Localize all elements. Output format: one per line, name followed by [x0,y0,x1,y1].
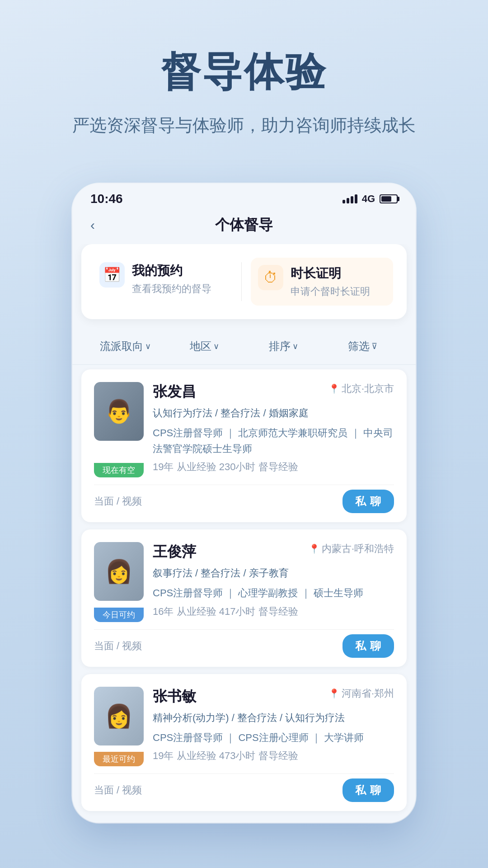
supervisor-top-0: 张发昌 📍 北京·北京市 [153,382,394,402]
signal-bar-2 [347,198,349,203]
supervisor-header-2: 👩 最近可约 张书敏 📍 河南省·郑州 精神分析(动力学) / 整合疗法 / 认… [94,687,394,766]
session-type-2: 当面 / 视频 [94,783,142,797]
signal-bars [343,194,357,203]
supervisor-card-0: 👨 现在有空 张发昌 📍 北京·北京市 认知行为疗法 / 整合疗法 / 婚姻家庭 [81,369,407,522]
supervisor-header-0: 👨 现在有空 张发昌 📍 北京·北京市 认知行为疗法 / 整合疗法 / 婚姻家庭 [94,382,394,477]
supervisor-top-1: 王俊萍 📍 内蒙古·呼和浩特 [153,542,394,562]
supervisor-location-text-0: 北京·北京市 [342,382,394,396]
filter-region[interactable]: 地区 ∨ [165,335,244,357]
location-icon-2: 📍 [328,688,340,699]
supervisor-location-text-1: 内蒙古·呼和浩特 [322,542,394,556]
supervisor-exp-0: 19年 从业经验 230小时 督导经验 [153,460,394,474]
appointment-icon: 📅 [99,262,125,288]
status-time: 10:46 [90,192,123,206]
filter-bar: 流派取向 ∨ 地区 ∨ 排序 ∨ 筛选 ⊽ [72,328,416,365]
supervisor-location-text-2: 河南省·郑州 [342,687,394,700]
supervisor-header-1: 👩 今日可约 王俊萍 📍 内蒙古·呼和浩特 叙事疗法 / 整合疗法 / 亲子教育 [94,542,394,622]
filter-screen-label: 筛选 [348,339,370,354]
chat-btn-1[interactable]: 私 聊 [343,634,394,658]
appointment-title: 我的预约 [132,262,211,279]
avatar-2: 👩 [94,687,144,745]
supervisor-name-0: 张发昌 [153,382,196,402]
location-icon-1: 📍 [309,543,320,554]
duration-cert-subtitle: 申请个督时长证明 [291,285,370,298]
avatar-0: 👨 [94,382,144,441]
supervisor-footer-2: 当面 / 视频 私 聊 [94,774,394,802]
supervisor-location-2: 📍 河南省·郑州 [328,687,394,700]
supervisor-footer-0: 当面 / 视频 私 聊 [94,485,394,513]
avatar-wrap-1: 👩 今日可约 [94,542,144,622]
filter-region-label: 地区 [190,339,211,354]
filter-school-arrow: ∨ [145,341,151,351]
filter-school[interactable]: 流派取向 ∨ [86,335,165,357]
supervisor-cred-1: CPS注册督导师 ｜ 心理学副教授 ｜ 硕士生导师 [153,585,394,601]
supervisor-tags-1: 叙事疗法 / 整合疗法 / 亲子教育 [153,566,394,580]
page-title: 个体督导 [215,215,273,235]
hero-subtitle: 严选资深督导与体验师，助力咨询师持续成长 [27,113,461,138]
signal-bar-1 [343,200,345,203]
card-duration-cert[interactable]: ⏱ 时长证明 申请个督时长证明 [251,258,394,306]
supervisor-exp-2: 19年 从业经验 473小时 督导经验 [153,749,394,763]
availability-badge-1: 今日可约 [94,608,144,622]
card-divider [241,262,242,301]
card-appointment[interactable]: 📅 我的预约 查看我预约的督导 [95,258,232,306]
avatar-wrap-2: 👩 最近可约 [94,687,144,766]
duration-cert-icon: ⏱ [258,265,283,290]
back-button[interactable]: ‹ [90,217,95,233]
supervisor-location-1: 📍 内蒙古·呼和浩特 [309,542,394,556]
supervisor-tags-2: 精神分析(动力学) / 整合疗法 / 认知行为疗法 [153,710,394,725]
duration-cert-title: 时长证明 [291,265,370,282]
status-bar: 10:46 4G [72,184,416,211]
availability-badge-0: 现在有空 [94,463,144,477]
duration-cert-text: 时长证明 申请个督时长证明 [291,265,370,298]
hero-section: 督导体验 严选资深督导与体验师，助力咨询师持续成长 [0,0,488,165]
location-icon-0: 📍 [328,383,340,394]
hero-title: 督导体验 [27,45,461,99]
supervisor-cred-0: CPS注册督导师 ｜ 北京师范大学兼职研究员 ｜ 中央司法警官学院硕士生导师 [153,425,394,457]
chat-btn-0[interactable]: 私 聊 [343,490,394,513]
appointment-subtitle: 查看我预约的督导 [132,282,211,296]
supervisor-info-0: 张发昌 📍 北京·北京市 认知行为疗法 / 整合疗法 / 婚姻家庭 CPS注册督… [153,382,394,477]
supervisor-top-2: 张书敏 📍 河南省·郑州 [153,687,394,707]
supervisor-info-1: 王俊萍 📍 内蒙古·呼和浩特 叙事疗法 / 整合疗法 / 亲子教育 CPS注册督… [153,542,394,622]
signal-bar-3 [351,196,353,203]
battery-icon [380,194,398,203]
avatar-1: 👩 [94,542,144,601]
appointment-text: 我的预约 查看我预约的督导 [132,262,211,296]
supervisor-card-1: 👩 今日可约 王俊萍 📍 内蒙古·呼和浩特 叙事疗法 / 整合疗法 / 亲子教育 [81,529,407,666]
filter-region-arrow: ∨ [213,341,219,351]
supervisor-location-0: 📍 北京·北京市 [328,382,394,396]
battery-fill [381,196,391,202]
nav-bar: ‹ 个体督导 [72,211,416,244]
status-4g: 4G [362,193,375,205]
chat-btn-2[interactable]: 私 聊 [343,778,394,802]
supervisor-cred-2: CPS注册督导师 ｜ CPS注册心理师 ｜ 大学讲师 [153,730,394,745]
signal-bar-4 [355,194,357,203]
availability-badge-2: 最近可约 [94,752,144,766]
filter-school-label: 流派取向 [100,339,143,354]
supervisor-list: 👨 现在有空 张发昌 📍 北京·北京市 认知行为疗法 / 整合疗法 / 婚姻家庭 [72,365,416,823]
filter-sort-arrow: ∨ [292,341,298,351]
status-icons: 4G [343,193,398,205]
phone-mockup: 10:46 4G ‹ 个体督导 📅 [72,184,416,823]
filter-screen[interactable]: 筛选 ⊽ [323,335,402,357]
supervisor-info-2: 张书敏 📍 河南省·郑州 精神分析(动力学) / 整合疗法 / 认知行为疗法 C… [153,687,394,766]
session-type-1: 当面 / 视频 [94,639,142,653]
supervisor-name-2: 张书敏 [153,687,196,707]
phone-wrapper: 10:46 4G ‹ 个体督导 📅 [0,165,488,850]
filter-screen-icon: ⊽ [371,341,377,351]
quick-cards: 📅 我的预约 查看我预约的督导 ⏱ 时长证明 申请个督时长证明 [81,244,407,319]
avatar-wrap-0: 👨 现在有空 [94,382,144,477]
supervisor-card-2: 👩 最近可约 张书敏 📍 河南省·郑州 精神分析(动力学) / 整合疗法 / 认… [81,674,407,811]
supervisor-tags-0: 认知行为疗法 / 整合疗法 / 婚姻家庭 [153,406,394,420]
filter-sort[interactable]: 排序 ∨ [244,335,323,357]
supervisor-exp-1: 16年 从业经验 417小时 督导经验 [153,605,394,618]
supervisor-name-1: 王俊萍 [153,542,196,562]
supervisor-footer-1: 当面 / 视频 私 聊 [94,629,394,658]
filter-sort-label: 排序 [269,339,291,354]
session-type-0: 当面 / 视频 [94,495,142,508]
